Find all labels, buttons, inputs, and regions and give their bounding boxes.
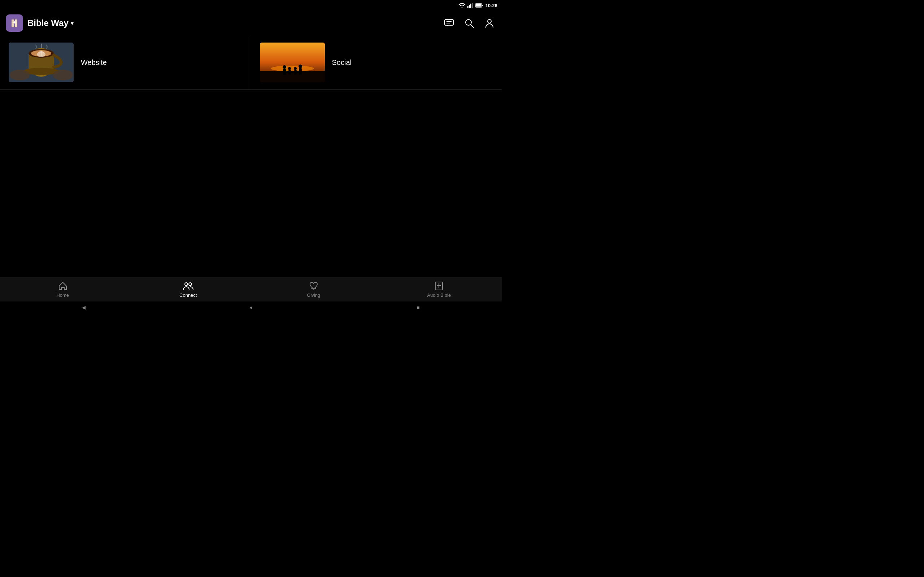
coffee-image bbox=[9, 43, 74, 82]
cards-row: Website bbox=[0, 35, 502, 90]
nav-home-label: Home bbox=[56, 292, 69, 298]
svg-rect-37 bbox=[294, 70, 297, 75]
svg-rect-1 bbox=[469, 5, 470, 8]
nav-item-home[interactable]: Home bbox=[41, 281, 84, 298]
nav-item-giving[interactable]: Giving bbox=[292, 281, 335, 298]
svg-point-30 bbox=[283, 65, 286, 69]
app-bar-right bbox=[443, 16, 496, 29]
website-label: Website bbox=[81, 58, 107, 67]
svg-rect-35 bbox=[288, 70, 291, 75]
svg-point-25 bbox=[10, 69, 30, 81]
search-button[interactable] bbox=[463, 16, 476, 29]
chat-button[interactable] bbox=[443, 16, 456, 29]
svg-rect-33 bbox=[299, 68, 302, 75]
svg-rect-6 bbox=[476, 4, 481, 7]
svg-rect-12 bbox=[14, 21, 15, 23]
svg-point-41 bbox=[185, 283, 188, 285]
sunset-image bbox=[260, 43, 325, 82]
svg-point-26 bbox=[53, 69, 73, 81]
svg-rect-9 bbox=[15, 19, 17, 27]
app-title: Bible Way bbox=[27, 18, 69, 28]
app-title-row[interactable]: Bible Way ▾ bbox=[27, 18, 74, 28]
svg-point-42 bbox=[189, 283, 192, 285]
svg-rect-5 bbox=[482, 5, 483, 6]
nav-item-audio-bible[interactable]: Audio Bible bbox=[417, 281, 460, 298]
website-card[interactable]: Website bbox=[0, 35, 251, 89]
status-icons: 10:26 bbox=[459, 3, 498, 8]
status-time: 10:26 bbox=[485, 3, 498, 8]
svg-point-34 bbox=[288, 67, 291, 70]
chevron-down-icon: ▾ bbox=[71, 20, 74, 27]
bottom-nav: Home Connect Giving Audio Bible bbox=[0, 277, 502, 301]
nav-audio-bible-label: Audio Bible bbox=[427, 292, 451, 298]
status-bar: 10:26 bbox=[0, 0, 502, 11]
back-button[interactable]: ◀ bbox=[81, 303, 87, 311]
main-content: Website bbox=[0, 35, 502, 288]
social-label: Social bbox=[332, 58, 352, 67]
battery-icon bbox=[475, 3, 483, 8]
nav-connect-label: Connect bbox=[179, 292, 197, 298]
social-card[interactable]: Social bbox=[251, 35, 502, 89]
svg-rect-8 bbox=[11, 19, 14, 27]
app-bar: Bible Way ▾ bbox=[0, 11, 502, 35]
wifi-icon bbox=[459, 3, 465, 8]
account-button[interactable] bbox=[483, 16, 496, 29]
svg-point-36 bbox=[294, 67, 297, 70]
nav-giving-label: Giving bbox=[307, 292, 320, 298]
home-button[interactable]: ● bbox=[248, 303, 254, 311]
svg-line-17 bbox=[471, 24, 473, 27]
svg-rect-0 bbox=[467, 6, 468, 8]
recents-button[interactable]: ■ bbox=[415, 303, 421, 311]
social-thumbnail bbox=[260, 43, 325, 82]
svg-rect-31 bbox=[283, 69, 286, 76]
svg-rect-2 bbox=[470, 3, 472, 8]
system-nav: ◀ ● ■ bbox=[0, 301, 502, 313]
svg-point-18 bbox=[488, 19, 491, 23]
app-bar-left: Bible Way ▾ bbox=[6, 15, 74, 32]
website-thumbnail bbox=[9, 43, 74, 82]
nav-item-connect[interactable]: Connect bbox=[166, 281, 210, 298]
svg-point-28 bbox=[271, 66, 314, 71]
svg-point-32 bbox=[299, 64, 302, 68]
svg-rect-3 bbox=[472, 3, 473, 8]
app-logo bbox=[6, 15, 23, 32]
signal-icon bbox=[467, 3, 473, 8]
svg-rect-13 bbox=[445, 19, 453, 25]
